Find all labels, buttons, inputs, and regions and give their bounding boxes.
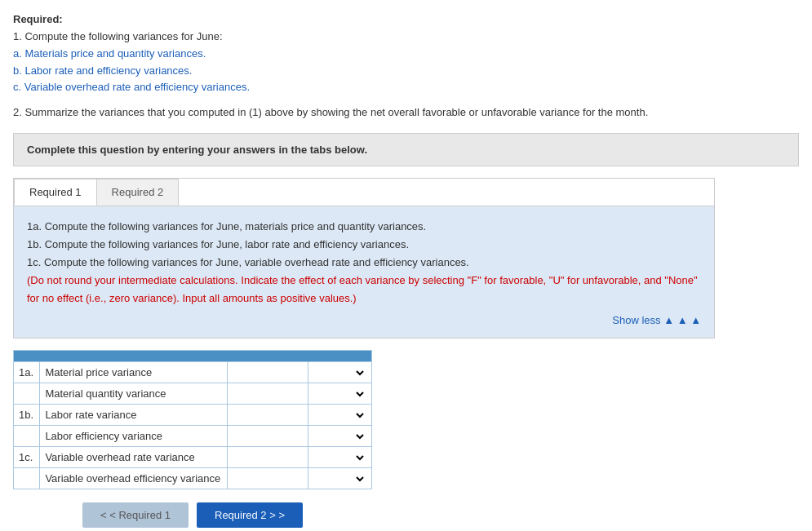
instruction-line-a: a. Materials price and quantity variance…	[13, 46, 799, 63]
input-labor-efficiency-field[interactable]	[233, 429, 303, 443]
label-overhead-efficiency: Variable overhead efficiency variance	[40, 468, 227, 489]
tab-instruction-1c: 1c. Compute the following variances for …	[27, 254, 701, 272]
next-button[interactable]: Required 2 >	[197, 502, 303, 528]
required-header: Required:	[13, 13, 799, 25]
instructions-block: 1. Compute the following variances for J…	[13, 29, 799, 122]
select-labor-rate[interactable]: F U None	[308, 405, 371, 426]
table-row: 1b. Labor rate variance F U None	[14, 405, 372, 426]
row-group-1c: 1c.	[14, 447, 40, 468]
instruction-line-1: 1. Compute the following variances for J…	[13, 29, 799, 46]
select-overhead-efficiency[interactable]: F U None	[308, 468, 371, 489]
select-labor-efficiency-field[interactable]: F U None	[313, 430, 366, 443]
input-material-price-field[interactable]	[233, 365, 303, 379]
select-labor-efficiency[interactable]: F U None	[308, 426, 371, 447]
show-less-button[interactable]: Show less ▲	[27, 314, 701, 326]
table-row: Variable overhead efficiency variance F …	[14, 468, 372, 489]
select-overhead-rate-field[interactable]: F U None	[313, 451, 366, 464]
select-material-price[interactable]: F U None	[308, 362, 371, 383]
row-group-1b: 1b.	[14, 405, 40, 426]
input-labor-rate-field[interactable]	[233, 408, 303, 422]
label-overhead-rate: Variable overhead rate variance	[40, 447, 227, 468]
select-material-price-field[interactable]: F U None	[313, 366, 366, 379]
input-material-quantity-field[interactable]	[233, 387, 303, 400]
tab-required-1[interactable]: Required 1	[14, 179, 97, 206]
row-group-empty-3	[14, 468, 40, 489]
label-material-quantity: Material quantity variance	[40, 383, 227, 405]
select-material-quantity[interactable]: F U None	[308, 383, 371, 405]
tab-required-2[interactable]: Required 2	[96, 179, 180, 206]
instruction-line-c: c. Variable overhead rate and efficiency…	[13, 79, 799, 96]
tabs-container: Required 1 Required 2 1a. Compute the fo…	[13, 178, 715, 339]
input-overhead-rate-field[interactable]	[233, 450, 303, 464]
tab-content: 1a. Compute the following variances for …	[14, 206, 714, 338]
tab-instruction-note: (Do not round your intermediate calculat…	[27, 272, 701, 308]
row-group-1a: 1a.	[14, 362, 40, 383]
input-labor-rate[interactable]	[227, 405, 308, 426]
instruction-line-2: 2. Summarize the variances that you comp…	[13, 104, 799, 122]
input-overhead-rate[interactable]	[227, 447, 308, 468]
select-overhead-efficiency-field[interactable]: F U None	[313, 472, 366, 485]
table-row: Labor efficiency variance F U None	[14, 426, 372, 447]
select-overhead-rate[interactable]: F U None	[308, 447, 371, 468]
variance-table: 1a. Material price variance F U None Mat…	[13, 350, 372, 489]
input-material-quantity[interactable]	[227, 383, 308, 405]
select-material-quantity-field[interactable]: F U None	[313, 387, 366, 400]
complete-box: Complete this question by entering your …	[13, 133, 799, 166]
prev-button[interactable]: < Required 1	[82, 502, 189, 528]
input-labor-efficiency[interactable]	[227, 426, 308, 447]
row-group-empty-1	[14, 383, 40, 405]
label-labor-rate: Labor rate variance	[40, 405, 227, 426]
instruction-line-b: b. Labor rate and efficiency variances.	[13, 63, 799, 80]
input-material-price[interactable]	[227, 362, 308, 383]
row-group-empty-2	[14, 426, 40, 447]
select-labor-rate-field[interactable]: F U None	[313, 409, 366, 422]
input-overhead-efficiency-field[interactable]	[233, 471, 303, 485]
tabs-header: Required 1 Required 2	[14, 179, 714, 206]
table-row: Material quantity variance F U None	[14, 383, 372, 405]
tab-instruction-1b: 1b. Compute the following variances for …	[27, 236, 701, 254]
label-material-price: Material price variance	[40, 362, 227, 383]
label-labor-efficiency: Labor efficiency variance	[40, 426, 227, 447]
nav-buttons: < Required 1 Required 2 >	[13, 502, 372, 528]
table-row: 1a. Material price variance F U None	[14, 362, 372, 383]
tab-instruction-1a: 1a. Compute the following variances for …	[27, 218, 701, 236]
input-overhead-efficiency[interactable]	[227, 468, 308, 489]
table-row: 1c. Variable overhead rate variance F U …	[14, 447, 372, 468]
